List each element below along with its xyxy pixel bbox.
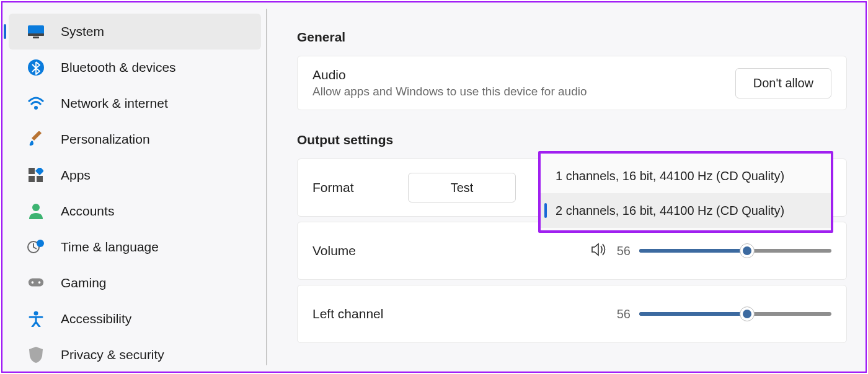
sidebar-item-label: System — [61, 24, 104, 39]
sidebar-item-gaming[interactable]: Gaming — [9, 265, 261, 301]
volume-value: 56 — [617, 244, 631, 258]
sidebar-item-label: Privacy & security — [61, 347, 164, 362]
svg-rect-6 — [37, 176, 43, 182]
sidebar-item-label: Bluetooth & devices — [61, 60, 176, 75]
format-dropdown[interactable]: 1 channels, 16 bit, 44100 Hz (CD Quality… — [538, 151, 833, 233]
gamepad-icon — [27, 274, 45, 292]
audio-permission-card: Audio Allow apps and Windows to use this… — [297, 56, 847, 110]
left-channel-label: Left channel — [312, 307, 412, 321]
sidebar-item-personalization[interactable]: Personalization — [9, 121, 261, 157]
svg-rect-12 — [29, 279, 43, 287]
speaker-icon[interactable] — [591, 242, 607, 259]
audio-title: Audio — [312, 67, 587, 82]
sidebar-item-network[interactable]: Network & internet — [9, 85, 261, 121]
left-channel-row: Left channel 56 — [297, 285, 847, 343]
sidebar-item-label: Apps — [61, 168, 91, 183]
svg-point-14 — [38, 281, 41, 284]
volume-slider[interactable] — [639, 245, 831, 257]
sidebar-item-accounts[interactable]: Accounts — [9, 193, 261, 229]
accessibility-icon — [27, 310, 45, 328]
shield-icon — [27, 346, 45, 363]
svg-point-11 — [37, 240, 44, 247]
volume-label: Volume — [312, 243, 412, 258]
section-heading-general: General — [297, 30, 847, 45]
sidebar-item-time-language[interactable]: Time & language — [9, 229, 261, 265]
format-option-1ch[interactable]: 1 channels, 16 bit, 44100 Hz (CD Quality… — [541, 159, 831, 193]
svg-rect-1 — [28, 33, 44, 36]
wifi-icon — [27, 95, 45, 112]
left-channel-value: 56 — [617, 307, 631, 321]
dont-allow-button[interactable]: Don't allow — [735, 68, 831, 98]
sidebar-item-label: Network & internet — [61, 96, 168, 111]
apps-icon — [27, 167, 45, 184]
brush-icon — [27, 131, 45, 148]
person-icon — [27, 202, 45, 220]
sidebar-item-label: Time & language — [61, 240, 159, 254]
svg-rect-7 — [35, 168, 43, 175]
audio-text: Audio Allow apps and Windows to use this… — [312, 67, 587, 98]
svg-rect-8 — [29, 176, 35, 182]
test-button[interactable]: Test — [408, 173, 516, 202]
svg-rect-5 — [29, 168, 35, 174]
sidebar-item-accessibility[interactable]: Accessibility — [9, 301, 261, 337]
sidebar-item-bluetooth[interactable]: Bluetooth & devices — [9, 50, 261, 85]
svg-point-9 — [32, 204, 40, 211]
left-channel-slider[interactable] — [639, 308, 831, 320]
format-option-2ch[interactable]: 2 channels, 16 bit, 44100 Hz (CD Quality… — [541, 193, 831, 228]
svg-point-13 — [32, 281, 34, 284]
section-heading-output: Output settings — [297, 133, 847, 147]
sidebar-item-label: Accounts — [61, 204, 114, 219]
sidebar-item-label: Gaming — [61, 276, 107, 290]
sidebar-item-system[interactable]: System — [9, 14, 261, 50]
sidebar-item-label: Personalization — [61, 132, 150, 147]
svg-point-4 — [34, 106, 38, 110]
svg-rect-2 — [33, 37, 39, 38]
sidebar-item-label: Accessibility — [61, 311, 131, 326]
bluetooth-icon — [27, 59, 45, 76]
format-label: Format — [312, 180, 412, 195]
settings-sidebar: System Bluetooth & devices Network & int… — [2, 2, 267, 372]
sidebar-item-apps[interactable]: Apps — [9, 157, 261, 193]
sidebar-item-privacy[interactable]: Privacy & security — [9, 337, 261, 373]
clock-globe-icon — [27, 238, 45, 256]
display-icon — [27, 23, 45, 40]
svg-point-15 — [34, 311, 38, 316]
audio-description: Allow apps and Windows to use this devic… — [312, 85, 587, 98]
